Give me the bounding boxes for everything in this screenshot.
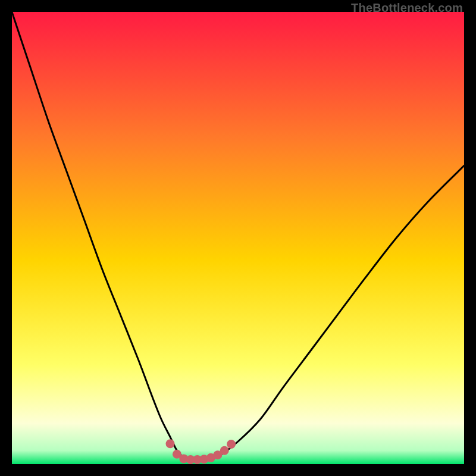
marker-dot xyxy=(227,440,236,449)
plot-svg xyxy=(12,12,464,464)
plot-area xyxy=(12,12,464,464)
watermark-text: TheBottleneck.com xyxy=(351,1,463,15)
marker-dot xyxy=(166,439,175,448)
chart-frame: TheBottleneck.com xyxy=(0,0,476,476)
marker-dot xyxy=(220,446,229,455)
